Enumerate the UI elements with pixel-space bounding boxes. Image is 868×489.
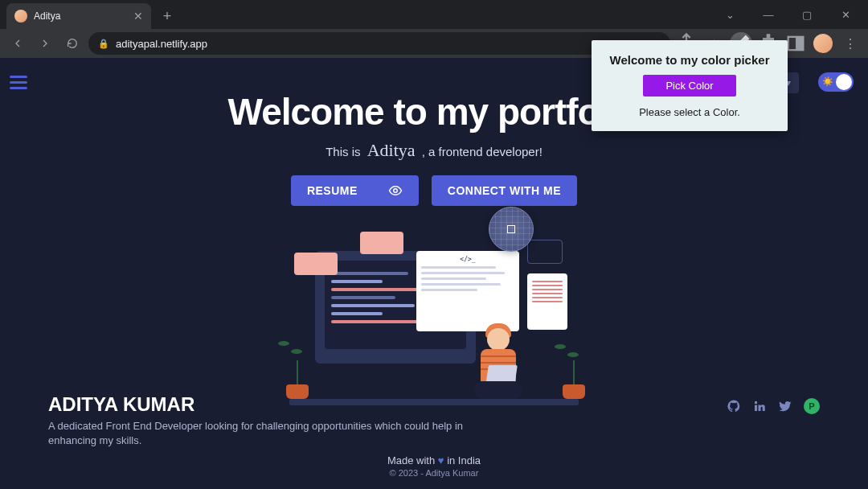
resume-button-label: RESUME bbox=[307, 184, 358, 197]
browser-tab[interactable]: Aditya ✕ bbox=[6, 3, 151, 29]
download-icon bbox=[366, 183, 380, 198]
address-bar[interactable]: 🔒 adityapal.netlify.app bbox=[88, 32, 670, 55]
connect-button[interactable]: CONNECT WITH ME bbox=[432, 175, 577, 206]
back-button[interactable] bbox=[6, 32, 29, 55]
eye-icon bbox=[388, 183, 403, 198]
svg-point-2 bbox=[394, 189, 398, 193]
popup-title: Welcome to my color picker bbox=[604, 53, 775, 67]
resume-button[interactable]: RESUME bbox=[291, 175, 419, 206]
forward-button[interactable] bbox=[34, 32, 56, 55]
github-icon[interactable] bbox=[727, 399, 741, 413]
tab-title: Aditya bbox=[34, 10, 60, 22]
tab-bar: Aditya ✕ + ⌄ — ▢ ✕ bbox=[0, 0, 868, 29]
window-maximize-icon[interactable]: ▢ bbox=[789, 3, 825, 26]
peerlist-icon[interactable]: P bbox=[804, 398, 820, 414]
popup-message: Please select a Color. bbox=[604, 106, 775, 118]
tagline-pre: This is bbox=[326, 145, 360, 158]
svg-rect-1 bbox=[796, 37, 803, 50]
made-with-post: in India bbox=[447, 454, 481, 466]
heart-icon: ♥ bbox=[438, 454, 444, 466]
made-with-pre: Made with bbox=[387, 454, 435, 466]
new-tab-button[interactable]: + bbox=[156, 5, 178, 27]
illust-code-tag: </>_ bbox=[421, 256, 514, 263]
linkedin-icon[interactable] bbox=[752, 399, 767, 413]
copyright: © 2023 - Aditya Kumar bbox=[48, 468, 820, 478]
twitter-icon[interactable] bbox=[778, 399, 792, 413]
favicon bbox=[14, 10, 27, 23]
tagline-post: , a frontend developer! bbox=[422, 145, 542, 158]
footer-bio: A dedicated Front End Developer looking … bbox=[48, 419, 466, 448]
window-minimize-icon[interactable]: — bbox=[751, 3, 786, 26]
footer-name: ADITYA KUMAR bbox=[48, 393, 466, 416]
hero-illustration: </>_ bbox=[289, 228, 579, 405]
reload-button[interactable] bbox=[61, 32, 84, 55]
connect-button-label: CONNECT WITH ME bbox=[448, 184, 561, 197]
pick-color-button[interactable]: Pick Color bbox=[643, 75, 735, 97]
extension-popup: Welcome to my color picker Pick Color Pl… bbox=[592, 40, 788, 131]
footer: ADITYA KUMAR A dedicated Front End Devel… bbox=[0, 380, 868, 489]
window-dropdown-icon[interactable]: ⌄ bbox=[712, 3, 747, 26]
profile-avatar[interactable] bbox=[812, 32, 834, 55]
tagline-name: Aditya bbox=[367, 140, 416, 160]
sidepanel-icon[interactable] bbox=[784, 32, 807, 55]
hamburger-menu-button[interactable] bbox=[10, 72, 27, 92]
hero-tagline: This is Aditya , a frontend developer! bbox=[0, 140, 868, 161]
menu-kebab-icon[interactable]: ⋮ bbox=[839, 32, 862, 55]
sun-icon: ☀️ bbox=[822, 76, 833, 87]
tab-close-icon[interactable]: ✕ bbox=[133, 10, 143, 23]
theme-toggle[interactable]: ☀️ bbox=[818, 72, 854, 92]
window-close-icon[interactable]: ✕ bbox=[828, 3, 863, 26]
lock-icon: 🔒 bbox=[98, 39, 109, 49]
url-text: adityapal.netlify.app bbox=[116, 38, 207, 50]
